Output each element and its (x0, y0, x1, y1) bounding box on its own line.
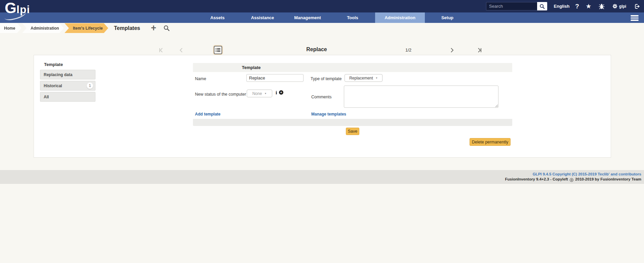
selected-status-value: None (252, 91, 262, 96)
form-header: Template (193, 63, 512, 72)
content-panel: Template Replacing data Historical 1 All… (34, 55, 611, 158)
new-status-select[interactable]: None (247, 90, 272, 97)
previous-record-icon (177, 47, 185, 54)
form-header-title: Template (193, 63, 310, 72)
selected-type-value: Replacement (349, 76, 373, 80)
comments-label: Comments (311, 95, 331, 99)
global-search (486, 2, 547, 10)
user-name: glpi (619, 4, 626, 9)
list-view-button[interactable] (214, 46, 222, 54)
add-icon[interactable]: + (151, 23, 156, 33)
bug-report-icon[interactable] (597, 0, 606, 12)
search-icon (539, 4, 545, 9)
template-sidebar: Template Replacing data Historical 1 All (40, 60, 95, 103)
main-navbar: Assets Assistance Management Tools Admin… (0, 12, 644, 23)
add-template-link[interactable]: Add template (195, 112, 220, 117)
record-position: 1/2 (400, 47, 417, 53)
search-button[interactable] (537, 2, 547, 10)
bug-glyph-icon (599, 3, 605, 10)
nav-assistance[interactable]: Assistance (240, 12, 285, 23)
user-settings[interactable]: glpi (609, 0, 629, 12)
next-record-icon[interactable] (448, 47, 456, 54)
nav-management[interactable]: Management (285, 12, 330, 23)
sidebar-header: Template (40, 60, 95, 70)
language-selector[interactable]: English (554, 0, 569, 12)
page-title: Templates (114, 23, 140, 33)
breadcrumb-home[interactable]: Home (0, 23, 22, 33)
save-button[interactable]: Save (346, 128, 359, 135)
bookmark-star-icon[interactable]: ★ (584, 0, 593, 12)
gear-icon (612, 3, 618, 9)
first-record-icon (157, 47, 165, 54)
template-form: Template Name Type of template Replaceme… (193, 63, 512, 140)
plus-glyph: + (280, 91, 282, 94)
record-title: Replace (266, 46, 367, 53)
tab-historical[interactable]: Historical 1 (40, 81, 95, 91)
nav-setup[interactable]: Setup (425, 12, 470, 23)
breadcrumb-administration[interactable]: Administration (22, 23, 64, 33)
copyleft-icon: c (570, 178, 573, 182)
footer: GLPI 9.4.5 Copyright (C) 2015-2019 Tecli… (0, 170, 644, 184)
fusion-credit-post: 2010-2019 by FusionInventory Team (575, 177, 641, 181)
logout-glyph-icon (634, 3, 640, 9)
breadcrumb: Home Administration Item's Lifecycle Tem… (0, 23, 644, 34)
nav-tools[interactable]: Tools (330, 12, 375, 23)
historical-count-badge: 1 (87, 83, 93, 89)
help-icon[interactable]: ? (573, 0, 581, 12)
name-input[interactable] (246, 74, 304, 82)
tab-label: Historical (44, 84, 62, 88)
list-icon (215, 48, 220, 52)
nav-menu: Assets Assistance Management Tools Admin… (195, 12, 470, 23)
tab-label: Replacing data (44, 72, 72, 77)
record-pagination: Replace 1/2 (0, 45, 644, 55)
magnifier-glyph-icon (163, 25, 170, 31)
info-icon[interactable]: i (276, 90, 277, 96)
fusion-credit-pre: FusionInventory 9.4+2.3 - Copyleft (505, 177, 568, 181)
glpi-copyright-link[interactable]: GLPI 9.4.5 Copyright (C) 2015-2019 Tecli… (533, 172, 641, 176)
nav-assets[interactable]: Assets (195, 12, 240, 23)
add-status-icon[interactable]: + (279, 90, 283, 95)
form-footer-bar (193, 119, 512, 126)
hamburger-menu-icon[interactable] (631, 15, 639, 21)
tab-replacing-data[interactable]: Replacing data (40, 70, 95, 79)
search-icon-breadcrumb[interactable] (163, 25, 170, 33)
last-record-icon[interactable] (476, 47, 483, 54)
fusioninventory-credit: FusionInventory 9.4+2.3 - Copyleft c 201… (0, 177, 641, 182)
topbar: English ? ★ glpi (0, 0, 644, 12)
logout-icon[interactable] (632, 0, 642, 12)
search-input[interactable] (486, 2, 537, 10)
type-of-template-label: Type of template (311, 76, 341, 81)
breadcrumb-items-lifecycle[interactable]: Item's Lifecycle (65, 23, 108, 33)
nav-administration[interactable]: Administration (375, 12, 425, 23)
name-label: Name (195, 76, 206, 81)
new-status-label: New status of the computer (195, 92, 246, 97)
delete-permanently-button[interactable]: Delete permanently (470, 138, 511, 146)
tab-all[interactable]: All (40, 92, 95, 102)
comments-textarea[interactable] (344, 86, 498, 108)
glpi-logo[interactable]: Glpi (5, 0, 30, 15)
tab-label: All (44, 95, 49, 99)
manage-templates-link[interactable]: Manage templates (311, 112, 346, 117)
type-of-template-select[interactable]: Replacement (345, 74, 383, 82)
